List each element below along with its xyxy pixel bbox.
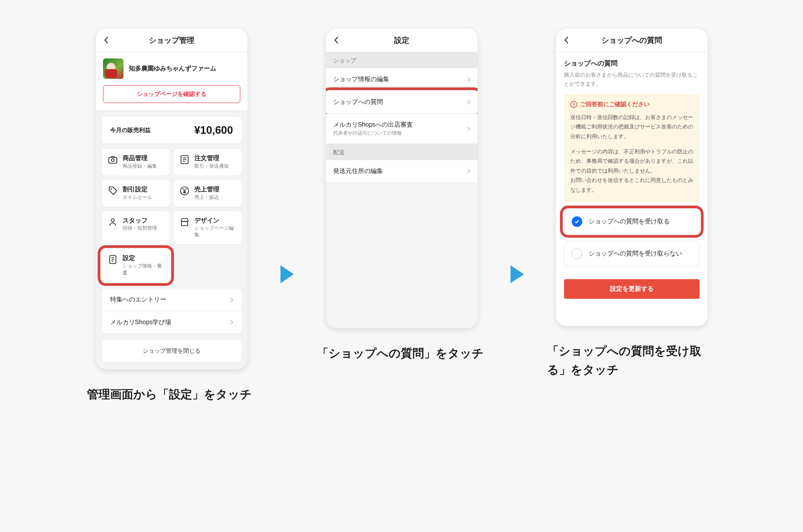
chevron-right-icon bbox=[467, 99, 470, 105]
person-icon bbox=[107, 217, 118, 227]
tile-products[interactable]: 商品管理商品登録・編集 bbox=[102, 149, 169, 176]
chevron-left-icon bbox=[103, 36, 109, 44]
document-icon bbox=[107, 254, 118, 265]
radio-reject[interactable]: ショップへの質問を受け取らない bbox=[564, 241, 700, 267]
close-admin-button[interactable]: ショップ管理を閉じる bbox=[102, 340, 241, 362]
view-shoppage-button[interactable]: ショップページを確認する bbox=[103, 85, 240, 103]
camera-icon bbox=[107, 154, 118, 165]
row-shop-question[interactable]: ショップへの質問 bbox=[326, 91, 478, 114]
section-heading: ショップへの質問 bbox=[564, 59, 700, 68]
chevron-left-icon bbox=[334, 36, 339, 44]
titlebar: ショップ管理 bbox=[96, 29, 247, 52]
play-arrow-icon bbox=[508, 264, 526, 285]
svg-point-8 bbox=[573, 105, 574, 106]
section-shop: ショップ bbox=[326, 52, 478, 68]
tile-staff[interactable]: スタッフ招待・役割管理 bbox=[102, 211, 169, 245]
profit-label: 今月の販売利益 bbox=[110, 126, 151, 134]
tile-sub: ショップ情報・審査 bbox=[123, 263, 164, 276]
chevron-right-icon bbox=[230, 297, 233, 302]
storefront-icon bbox=[179, 217, 190, 227]
back-button[interactable] bbox=[562, 36, 570, 44]
step-2-column: 設定 ショップ ショップ情報の編集 ショップへの質問 メルカリShopsへの出店… bbox=[317, 29, 486, 363]
radio-label: ショップへの質問を受け取らない bbox=[589, 250, 682, 258]
phone-question-setting: ショップへの質問 ショップへの質問 購入前のお客さまから商品についての質問を受け… bbox=[556, 29, 708, 326]
tag-icon bbox=[107, 186, 118, 196]
tile-sub: 売上・振込 bbox=[194, 194, 219, 201]
tile-sub: ショップページ編集 bbox=[194, 225, 236, 238]
step-3-column: ショップへの質問 ショップへの質問 購入前のお客さまから商品についての質問を受け… bbox=[547, 29, 717, 379]
question-body: ショップへの質問 購入前のお客さまから商品についての質問を受け取ることができます… bbox=[556, 52, 708, 326]
profit-card: 今月の販売利益 ¥10,600 bbox=[102, 117, 241, 144]
tile-design[interactable]: デザインショップページ編集 bbox=[174, 211, 241, 245]
svg-rect-0 bbox=[109, 157, 117, 163]
row-label: メルカリShopsへの出店審査 bbox=[333, 121, 413, 129]
row-study[interactable]: メルカリShops学び場 bbox=[102, 311, 241, 334]
tile-settings[interactable]: 設定ショップ情報・審査 bbox=[102, 249, 169, 282]
back-button[interactable] bbox=[102, 36, 110, 44]
radio-unchecked-icon bbox=[572, 248, 582, 259]
back-button[interactable] bbox=[332, 36, 340, 44]
shop-row: 知多農園ゆみちゃんずファーム bbox=[103, 58, 240, 79]
row-label: ショップ情報の編集 bbox=[333, 75, 389, 83]
row-ship-origin[interactable]: 発送元住所の編集 bbox=[326, 160, 478, 182]
radio-accept[interactable]: ショップへの質問を受け取る bbox=[564, 209, 700, 235]
screen-title: ショップへの質問 bbox=[601, 35, 662, 45]
row-label: ショップへの質問 bbox=[333, 98, 383, 106]
caption-2: 「ショップへの質問」をタッチ bbox=[317, 344, 486, 363]
chevron-right-icon bbox=[467, 77, 470, 82]
tile-sub: タイムセール bbox=[123, 194, 152, 201]
radio-checked-icon bbox=[572, 216, 582, 227]
play-arrow-icon bbox=[278, 264, 296, 285]
chevron-right-icon bbox=[230, 320, 233, 325]
step-1-column: ショップ管理 知多農園ゆみちゃんずファーム ショップページを確認する 今月の販売… bbox=[87, 29, 256, 404]
yen-icon bbox=[179, 186, 190, 196]
tile-sales[interactable]: 売上管理売上・振込 bbox=[174, 180, 241, 207]
list-icon bbox=[179, 154, 190, 165]
tile-grid: 商品管理商品登録・編集 注文管理取引・発送通知 割引設定タイムセール 売上管理売… bbox=[102, 149, 241, 282]
tile-sub: 招待・役割管理 bbox=[123, 225, 157, 231]
tile-orders[interactable]: 注文管理取引・発送通知 bbox=[174, 149, 241, 176]
shop-avatar bbox=[103, 58, 124, 79]
notice-body-2: メッセージの内容は、不正利用やトラブルの防止のため、事務局で確認する場合がありま… bbox=[570, 147, 693, 195]
phone-shop-admin: ショップ管理 知多農園ゆみちゃんずファーム ショップページを確認する 今月の販売… bbox=[96, 29, 247, 369]
section-shipping: 配送 bbox=[326, 144, 478, 160]
titlebar: ショップへの質問 bbox=[556, 29, 708, 52]
tile-discount[interactable]: 割引設定タイムセール bbox=[102, 180, 169, 207]
row-label: 発送元住所の編集 bbox=[333, 167, 383, 175]
phone-settings: 設定 ショップ ショップ情報の編集 ショップへの質問 メルカリShopsへの出店… bbox=[326, 29, 478, 328]
tile-title: スタッフ bbox=[123, 217, 157, 224]
tile-title: デザイン bbox=[194, 217, 236, 224]
caption-1: 管理画面から「設定」をタッチ bbox=[87, 385, 256, 404]
update-settings-button[interactable]: 設定を更新する bbox=[564, 279, 700, 299]
row-entry[interactable]: 特集へのエントリー bbox=[102, 289, 241, 311]
row-shop-review[interactable]: メルカリShopsへの出店審査 代表者や許認可についての情報 bbox=[326, 114, 478, 144]
notice-body-1: 送信日時・送信回数の記録は、お客さまのメッセージ機能ご利用状況の把握及びサービス… bbox=[570, 113, 693, 142]
svg-point-1 bbox=[111, 159, 114, 161]
notice-title: ご回答前にご確認ください bbox=[570, 100, 693, 108]
tile-sub: 商品登録・編集 bbox=[123, 163, 157, 169]
tile-title: 設定 bbox=[123, 254, 164, 262]
titlebar: 設定 bbox=[326, 29, 478, 52]
tile-title: 割引設定 bbox=[123, 186, 152, 193]
shop-body: 今月の販売利益 ¥10,600 商品管理商品登録・編集 注文管理取引・発送通知 … bbox=[96, 111, 247, 369]
flow-arrow-1 bbox=[278, 264, 296, 285]
tile-title: 商品管理 bbox=[123, 154, 157, 162]
row-label: メルカリShops学び場 bbox=[110, 318, 172, 326]
notice-panel: ご回答前にご確認ください 送信日時・送信回数の記録は、お客さまのメッセージ機能ご… bbox=[564, 94, 700, 202]
flow-arrow-2 bbox=[508, 264, 526, 285]
notice-title-text: ご回答前にご確認ください bbox=[580, 100, 650, 108]
row-shop-edit[interactable]: ショップ情報の編集 bbox=[326, 68, 478, 91]
svg-point-5 bbox=[111, 219, 114, 222]
tile-title: 売上管理 bbox=[194, 186, 219, 193]
tile-title: 注文管理 bbox=[194, 154, 229, 162]
screen-title: ショップ管理 bbox=[149, 35, 194, 45]
chevron-left-icon bbox=[564, 36, 569, 44]
screen-title: 設定 bbox=[394, 35, 409, 45]
radio-label: ショップへの質問を受け取る bbox=[589, 218, 670, 226]
chevron-right-icon bbox=[467, 126, 470, 132]
nav-list: 特集へのエントリー メルカリShops学び場 bbox=[102, 289, 241, 334]
row-sub: 代表者や許認可についての情報 bbox=[333, 130, 413, 136]
row-label: 特集へのエントリー bbox=[110, 296, 166, 304]
chevron-right-icon bbox=[467, 169, 470, 174]
shop-name: 知多農園ゆみちゃんずファーム bbox=[129, 65, 216, 73]
